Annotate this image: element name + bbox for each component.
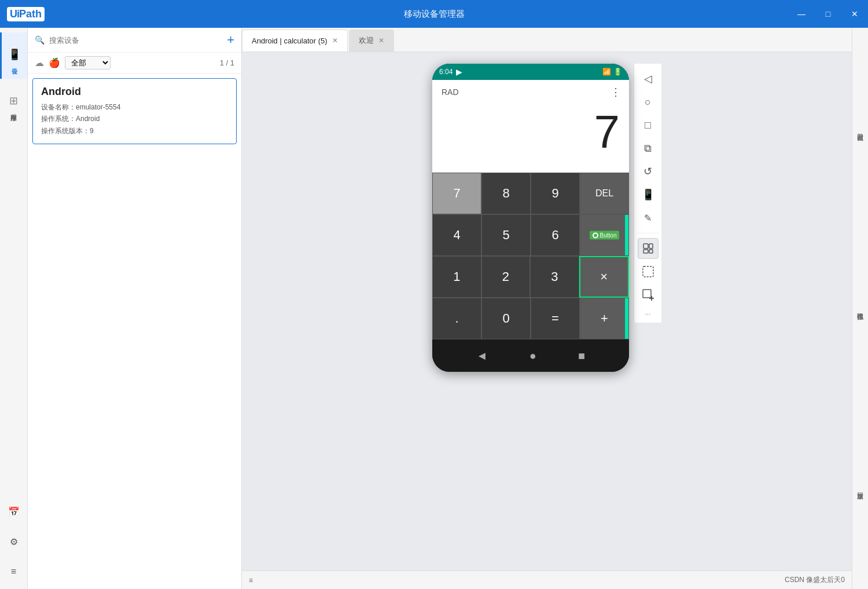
calendar-icon[interactable]: 📅 — [3, 501, 24, 522]
rotate-tool-button[interactable]: ↺ — [638, 161, 659, 182]
add-device-button[interactable]: + — [227, 32, 234, 47]
bottom-right-text: CSDN 像盛太后天0 — [785, 575, 845, 585]
calc-btn-del[interactable]: DEL — [580, 173, 629, 214]
device-tool-button[interactable]: 📱 — [638, 184, 659, 205]
home-nav-button[interactable]: ● — [529, 349, 536, 363]
phone-workspace: 6:04 ▶ 📶 🔋 RAD ⋮ 7 — [242, 52, 852, 570]
content-area: Android | calculator (5) ✕ 欢迎 ✕ 6:04 ▶ 📶 — [242, 28, 852, 589]
device-info: 设备名称：emulator-5554 操作系统：Android 操作系统版本：9 — [41, 101, 228, 137]
badge-label: Button — [600, 232, 617, 239]
calc-keypad: 7 8 9 DEL 4 5 6 ÷ — [432, 173, 629, 339]
teal-stripe — [625, 215, 628, 255]
phone-frame: 6:04 ▶ 📶 🔋 RAD ⋮ 7 — [432, 64, 629, 372]
calc-row-2: 4 5 6 ÷ Button — [432, 214, 629, 256]
app-title: 移动设备管理器 — [404, 9, 465, 20]
calc-btn-equals[interactable]: = — [531, 298, 580, 339]
phone-status-icons: 📶 🔋 — [602, 68, 622, 76]
main-layout: 📱 设备 ⊞ 应用程序 📅 ⚙ ≡ 🔍 + ☁ 🍎 全部 Android iOS — [0, 28, 868, 589]
right-toolbar: ◁ ○ □ ⧉ ↺ 📱 ✎ — [634, 64, 661, 323]
tab-calculator-close[interactable]: ✕ — [332, 36, 338, 45]
os-value: Android — [76, 115, 100, 123]
calc-btn-1[interactable]: 1 — [432, 256, 481, 298]
menu-icon[interactable]: ≡ — [3, 561, 24, 582]
calc-btn-3[interactable]: 3 — [530, 256, 579, 298]
calc-btn-7[interactable]: 7 — [432, 173, 481, 214]
side-panel-label-0[interactable]: 窗口截图 — [855, 125, 866, 134]
button-badge: Button — [590, 231, 620, 240]
calc-btn-9[interactable]: 9 — [531, 173, 580, 214]
home-tool-button[interactable]: ○ — [638, 92, 659, 112]
tab-welcome[interactable]: 欢迎 ✕ — [349, 30, 394, 52]
tool-divider — [637, 233, 659, 233]
battery-icon: 🔋 — [613, 68, 622, 76]
device-search-bar: 🔍 + — [28, 28, 241, 53]
recents-nav-button[interactable]: ■ — [578, 349, 585, 363]
left-nav-bottom: 📅 ⚙ ≡ — [0, 501, 27, 589]
os-version-label: 操作系统版本： — [41, 127, 90, 135]
tab-welcome-close[interactable]: ✕ — [378, 36, 384, 45]
calc-menu-icon[interactable]: ⋮ — [610, 86, 621, 98]
draw-tool-button[interactable]: ✎ — [638, 207, 659, 228]
sidebar-item-devices[interactable]: 📱 设备 — [0, 32, 27, 79]
calc-btn-div[interactable]: ÷ Button — [580, 214, 629, 256]
screenshot-tool-button[interactable]: ⧉ — [638, 138, 659, 159]
calc-btn-2[interactable]: 2 — [481, 256, 531, 298]
device-panel: 🔍 + ☁ 🍎 全部 Android iOS 1 / 1 Android 设备名… — [28, 28, 242, 589]
left-nav: 📱 设备 ⊞ 应用程序 📅 ⚙ ≡ — [0, 28, 28, 589]
close-button[interactable]: ✕ — [841, 0, 868, 28]
logo-path: Path — [19, 8, 42, 20]
add-element-button[interactable] — [638, 284, 659, 305]
logo-area: Ui Path — [0, 7, 45, 21]
device-card-android[interactable]: Android 设备名称：emulator-5554 操作系统：Android … — [32, 78, 237, 144]
tab-bar: Android | calculator (5) ✕ 欢迎 ✕ — [242, 28, 852, 52]
sidebar-item-apps[interactable]: ⊞ 应用程序 — [0, 79, 27, 125]
svg-rect-0 — [643, 244, 648, 248]
element-inspect-icon — [642, 243, 654, 254]
filter-select[interactable]: 全部 Android iOS — [65, 56, 111, 69]
inspect-icon — [642, 266, 654, 277]
device-name: Android — [41, 86, 228, 98]
os-version-value: 9 — [90, 127, 94, 135]
logo-ui: Ui — [10, 8, 19, 20]
back-tool-button[interactable]: ◁ — [638, 68, 659, 89]
calc-display: RAD ⋮ 7 — [432, 80, 629, 173]
side-panel-label-2[interactable]: 回放速度 — [855, 483, 866, 492]
tab-calculator[interactable]: Android | calculator (5) ✕ — [242, 30, 348, 52]
tab-calculator-label: Android | calculator (5) — [252, 36, 328, 45]
more-tools-button[interactable]: ··· — [645, 310, 650, 318]
logo-box: Ui Path — [7, 7, 45, 21]
cloud-filter-icon[interactable]: ☁ — [35, 57, 44, 68]
device-list: Android 设备名称：emulator-5554 操作系统：Android … — [28, 74, 241, 589]
calc-btn-0[interactable]: 0 — [481, 298, 531, 339]
wifi-icon: 📶 — [602, 68, 611, 76]
back-nav-button[interactable]: ◄ — [476, 349, 488, 363]
bottom-menu-icon[interactable]: ≡ — [249, 576, 253, 584]
tab-welcome-label: 欢迎 — [359, 35, 374, 46]
element-tool-button[interactable] — [638, 238, 659, 259]
calc-btn-6[interactable]: 6 — [531, 214, 580, 256]
add-element-icon — [642, 289, 654, 301]
title-bar: Ui Path 移动设备管理器 — □ ✕ — [0, 0, 868, 28]
calc-btn-dot[interactable]: . — [432, 298, 481, 339]
side-panel-label-1[interactable]: 已查询模拟 — [855, 303, 866, 313]
window-controls: — □ ✕ — [788, 0, 868, 28]
inspect-tool-button[interactable] — [638, 261, 659, 282]
maximize-button[interactable]: □ — [815, 0, 841, 28]
apple-filter-icon[interactable]: 🍎 — [49, 57, 60, 68]
svg-rect-2 — [649, 244, 653, 248]
minimize-button[interactable]: — — [788, 0, 815, 28]
calc-btn-8[interactable]: 8 — [481, 173, 531, 214]
teal-stripe-2 — [625, 298, 628, 339]
phone-bottom-nav: ◄ ● ■ — [432, 339, 629, 372]
search-input[interactable] — [49, 36, 222, 45]
calc-btn-4[interactable]: 4 — [432, 214, 481, 256]
calc-row-1: 7 8 9 DEL — [432, 173, 629, 214]
recents-tool-button[interactable]: □ — [638, 115, 659, 136]
settings-icon[interactable]: ⚙ — [3, 531, 24, 552]
svg-rect-3 — [649, 250, 653, 253]
calc-mode: RAD — [442, 87, 459, 97]
calc-btn-plus[interactable]: + — [580, 298, 629, 339]
badge-circle — [593, 232, 598, 238]
calc-btn-mul[interactable]: × — [579, 256, 630, 298]
calc-btn-5[interactable]: 5 — [481, 214, 531, 256]
